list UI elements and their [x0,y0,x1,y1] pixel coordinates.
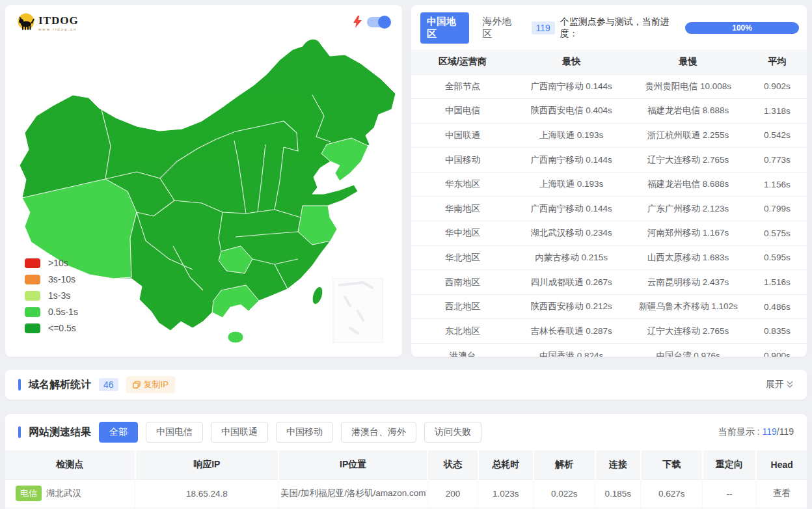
table-row: 华东地区 上海联通 0.193s 福建龙岩电信 8.688s 1.156s [411,172,807,197]
fastest-value: 广西南宁移动 0.144s [514,74,629,99]
speed-filter-tab[interactable]: 中国电信 [146,422,203,443]
col-status: 状态 [427,450,478,479]
speed-result-panel: 网站测速结果 全部 中国电信 中国联通 中国移动 港澳台、海外 访问失败 当前显… [5,414,807,509]
slowest-value: 山西太原移动 1.683s [629,245,747,270]
region-table-body: 全部节点 广西南宁移动 0.144s 贵州贵阳电信 10.008s 0.902s… [411,74,807,357]
slowest-value: 浙江杭州联通 2.255s [629,123,747,148]
legend-label: 0.5s-1s [48,307,78,317]
speed-filter-tab[interactable]: 中国联通 [211,422,268,443]
hainan-island [228,331,243,343]
speed-filter-tab[interactable]: 港澳台、海外 [341,422,416,443]
slowest-value: 辽宁大连移动 2.765s [629,148,747,172]
accent-bar [18,426,21,438]
region-tab[interactable]: 中国地区 [420,12,469,44]
table-row: 华北地区 内蒙古移动 0.215s 山西太原移动 1.683s 0.595s [411,245,807,270]
col-node: 检测点 [5,450,135,479]
table-header-row: 区域/运营商 最快 最慢 平均 [411,49,807,74]
slowest-value: 云南昆明移动 2.437s [629,270,747,295]
col-download: 下载 [641,450,703,479]
legend-item: >10s [25,258,78,268]
connect-time: 0.185s [595,479,641,508]
region-panel-header: 中国地区 海外地区 119 个监测点参与测试，当前进度： 100% [411,5,807,49]
copy-ip-label: 复制IP [144,379,169,391]
region-name: 西北地区 [411,294,514,319]
view-head-link[interactable]: 查看 [756,479,807,508]
col-slowest: 最慢 [629,49,747,74]
slowest-value: 广东广州移动 2.123s [629,197,747,221]
region-name: 西南地区 [411,270,514,295]
average-value: 1.318s [748,99,807,124]
legend-label: >10s [48,258,68,268]
ip-location: 美国/加利福尼亚/洛杉矶/amazon.com [278,479,427,508]
speed-filter-tab[interactable]: 访问失败 [424,422,481,443]
top-row: ITDOG www.itdog.cn [5,5,807,357]
legend-item: 3s-10s [25,274,78,284]
map-legend: >10s 3s-10s 1s-3s 0.5s-1s <=0.5s [25,252,78,333]
average-value: 1.156s [748,172,807,197]
legend-label: 3s-10s [48,274,75,284]
col-redirect: 重定向 [703,450,757,479]
isp-badge: 电信 [16,486,42,501]
region-name: 中国移动 [411,148,514,172]
fastest-value: 四川成都联通 0.267s [514,270,629,295]
accent-bar [18,379,21,391]
speed-filter-tab[interactable]: 全部 [99,422,138,443]
region-stats-panel: 中国地区 海外地区 119 个监测点参与测试，当前进度： 100% 区域/运营商… [411,5,807,357]
legend-label: 1s-3s [48,290,70,301]
slowest-value: 贵州贵阳电信 10.008s [629,74,747,99]
region-name: 华中地区 [411,221,514,246]
fastest-value: 上海联通 0.193s [514,123,629,148]
display-count-label: 当前显示 : [718,426,760,437]
col-response-ip: 响应IP [135,450,279,479]
fastest-value: 广西南宁移动 0.144s [514,148,629,172]
average-value: 0.595s [748,245,807,270]
col-dns: 解析 [534,450,595,479]
average-value: 0.900s [748,344,807,357]
region-tabs: 中国地区 海外地区 [420,12,532,44]
region-stats-table: 区域/运营商 最快 最慢 平均 全部节点 广西南宁移动 0.144s 贵州贵阳电… [411,49,807,357]
response-ip: 18.65.24.8 [135,479,279,508]
speed-section-title: 网站测速结果 [29,426,91,439]
total-time: 1.023s [478,479,534,508]
province-shape [321,138,368,181]
average-value: 0.835s [748,319,807,344]
slowest-value: 福建龙岩电信 8.688s [629,99,747,124]
col-connect: 连接 [595,450,641,479]
region-name: 华北地区 [411,245,514,270]
region-name: 中国电信 [411,99,514,124]
speed-result-table: 检测点 响应IP IP位置 状态 总耗时 解析 连接 下载 重定向 Head 电… [5,450,807,508]
fastest-value: 广西南宁移动 0.144s [514,197,629,221]
table-row: 中国联通 上海联通 0.193s 浙江杭州联通 2.255s 0.542s [411,123,807,148]
average-value: 0.542s [748,123,807,148]
col-average: 平均 [748,49,807,74]
table-row: 西北地区 陕西西安移动 0.212s 新疆乌鲁木齐移动 1.102s 0.486… [411,294,807,319]
monitor-text: 个监测点参与测试，当前进度： [560,16,680,40]
table-row: 华南地区 广西南宁移动 0.144s 广东广州移动 2.123s 0.799s [411,197,807,221]
dns-count-badge: 46 [99,378,118,391]
legend-swatch [25,291,40,301]
status-code: 200 [427,479,478,508]
expand-button[interactable]: 展开 [766,379,794,391]
region-tab[interactable]: 海外地区 [476,12,524,44]
fastest-value: 陕西西安电信 0.404s [514,99,629,124]
copy-ip-button[interactable]: 复制IP [126,376,175,393]
speed-filter-tab[interactable]: 中国移动 [276,422,333,443]
page: ITDOG www.itdog.cn [0,0,812,509]
slowest-value: 福建龙岩电信 8.688s [629,172,747,197]
copy-icon [133,381,141,389]
col-ip-location: IP位置 [278,450,427,479]
monitor-count-badge: 119 [532,21,555,34]
table-row: 电信湖北武汉 18.65.24.8 美国/加利福尼亚/洛杉矶/amazon.co… [5,479,807,508]
region-name: 港澳台 [411,344,514,357]
download-time: 0.627s [641,479,703,508]
col-head: Head [756,450,807,479]
table-header-row: 检测点 响应IP IP位置 状态 总耗时 解析 连接 下载 重定向 Head [5,450,807,479]
taiwan-island[interactable] [310,286,325,306]
speed-filter-tabs: 全部 中国电信 中国联通 中国移动 港澳台、海外 访问失败 [99,422,481,443]
table-row: 中国移动 广西南宁移动 0.144s 辽宁大连移动 2.765s 0.773s [411,148,807,172]
average-value: 0.773s [748,148,807,172]
fastest-value: 上海联通 0.193s [514,172,629,197]
table-row: 华中地区 湖北武汉移动 0.234s 河南郑州移动 1.167s 0.575s [411,221,807,246]
average-value: 0.486s [748,294,807,319]
table-row: 西南地区 四川成都联通 0.267s 云南昆明移动 2.437s 1.516s [411,270,807,295]
